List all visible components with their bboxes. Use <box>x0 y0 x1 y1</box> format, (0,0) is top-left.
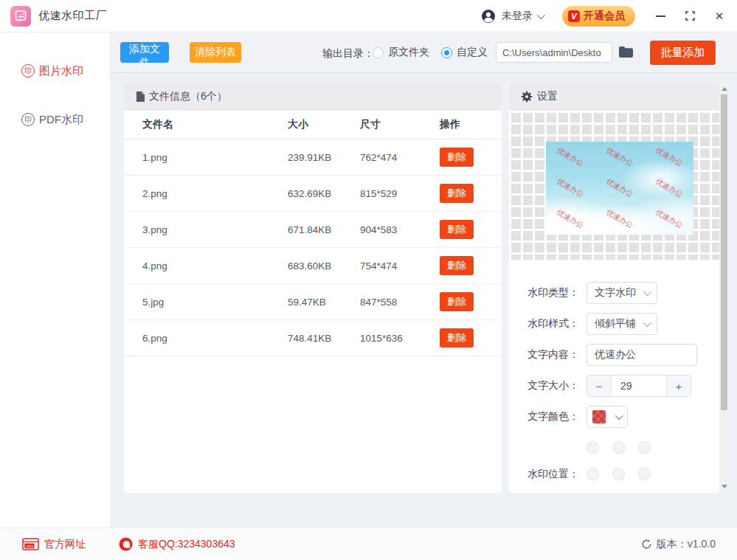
position-option[interactable] <box>638 441 651 454</box>
sidebar-item-pdf-watermark[interactable]: 印PDF水印 <box>21 109 110 130</box>
chevron-down-icon <box>643 288 651 296</box>
delete-button[interactable]: 删除 <box>440 256 474 275</box>
footer: .com 官方网址 客服QQ:3234303643 版本：v1.0.0 <box>0 528 737 560</box>
clear-list-button[interactable]: 清除列表 <box>190 42 241 63</box>
text-color-picker[interactable] <box>587 406 628 428</box>
settings-scrollbar <box>719 83 729 493</box>
transparency-checker-background: 优速办公优速办公优速办公优速办公优速办公优速办公优速办公优速办公优速办公 <box>509 111 719 260</box>
sidebar-item-label: 图片水印 <box>39 64 83 78</box>
watermark-tile: 优速办公 <box>654 176 685 200</box>
delete-button[interactable]: 删除 <box>440 328 474 348</box>
watermark-tile: 优速办公 <box>556 145 587 169</box>
radio-custom[interactable]: 自定义 <box>441 42 488 63</box>
settings-panel: 设置 优速办公优速办公优速办公优速办公优速办公优速办公优速办公优速办公优速办公 … <box>509 83 729 493</box>
watermark-style-select[interactable]: 倾斜平铺 <box>587 313 657 335</box>
file-table-body: 1.png239.91KB762*474删除2.png632.69KB815*5… <box>124 139 502 356</box>
refresh-icon[interactable] <box>641 539 652 550</box>
sidebar: 印图片水印印PDF水印 <box>0 32 111 528</box>
close-button[interactable]: ✕ <box>707 5 731 27</box>
position-option[interactable] <box>587 468 599 480</box>
position-option[interactable] <box>612 468 625 480</box>
radio-original-folder[interactable]: 原文件夹 <box>373 42 429 63</box>
cell-filename: 3.png <box>124 224 288 235</box>
browse-folder-button[interactable] <box>618 46 634 61</box>
watermark-type-select[interactable]: 文字水印 <box>587 282 657 304</box>
app-title: 优速水印工厂 <box>38 9 107 23</box>
watermark-style-row: 水印样式： 倾斜平铺 <box>509 313 719 335</box>
text-color-label: 文字颜色： <box>509 410 579 424</box>
cell-dimensions: 1015*636 <box>360 333 440 344</box>
maximize-button[interactable] <box>678 5 702 27</box>
text-size-label: 文字大小： <box>509 379 579 393</box>
scroll-down-arrow[interactable] <box>722 485 727 488</box>
folder-icon <box>618 46 634 58</box>
cell-dimensions: 904*583 <box>360 224 440 235</box>
settings-form: 水印类型： 文字水印 水印样式： 倾斜平铺 文字内容： 文字大小： − 29 + <box>509 282 719 493</box>
table-row: 3.png671.84KB904*583删除 <box>124 212 502 248</box>
watermark-tile: 优速办公 <box>654 145 685 169</box>
delete-button[interactable]: 删除 <box>440 184 474 203</box>
stamp-icon: 印 <box>21 64 35 77</box>
output-path-input[interactable] <box>496 42 612 63</box>
file-panel: 文件信息（6个） 文件名 大小 尺寸 操作 1.png239.91KB762*4… <box>124 83 502 493</box>
add-files-button[interactable]: 添加文件 <box>120 42 169 63</box>
text-content-input[interactable] <box>587 344 697 366</box>
batch-add-button[interactable]: 批量添加 <box>650 41 716 65</box>
watermark-tile: 优速办公 <box>654 207 685 231</box>
cell-size: 671.84KB <box>288 224 360 235</box>
text-size-value[interactable]: 29 <box>612 376 666 396</box>
watermark-tile: 优速办公 <box>556 207 587 231</box>
cell-dimensions: 847*558 <box>360 297 440 308</box>
settings-header: 设置 <box>509 83 719 111</box>
official-website-label: 官方网址 <box>44 538 86 551</box>
watermark-tile: 优速办公 <box>604 176 635 200</box>
customer-service-label: 客服QQ:3234303643 <box>138 538 235 551</box>
table-row: 6.png748.41KB1015*636删除 <box>124 320 502 356</box>
minimize-button[interactable] <box>648 5 672 27</box>
increase-button[interactable]: + <box>666 376 691 396</box>
text-content-label: 文字内容： <box>509 348 579 362</box>
file-panel-header: 文件信息（6个） <box>124 83 502 111</box>
position-option[interactable] <box>612 441 625 454</box>
official-website-link[interactable]: .com 官方网址 <box>22 538 86 551</box>
position-option[interactable] <box>587 441 599 454</box>
text-content-row: 文字内容： <box>509 344 719 366</box>
settings-title: 设置 <box>537 90 558 103</box>
vip-button-label: 开通会员 <box>584 10 625 23</box>
version-label: 版本：v1.0.0 <box>657 538 716 551</box>
sidebar-item-label: PDF水印 <box>39 113 83 127</box>
chevron-down-icon <box>615 412 623 420</box>
cell-size: 239.91KB <box>288 152 360 163</box>
delete-button[interactable]: 删除 <box>440 220 474 239</box>
watermark-layer: 优速办公优速办公优速办公优速办公优速办公优速办公优速办公优速办公优速办公 <box>546 142 693 235</box>
watermark-type-value: 文字水印 <box>595 286 636 300</box>
watermark-type-row: 水印类型： 文字水印 <box>509 282 719 304</box>
titlebar: 优速水印工厂 未登录 V 开通会员 ✕ <box>0 0 737 32</box>
radio-checked-icon <box>441 47 452 58</box>
position-label: 水印位置： <box>509 468 579 481</box>
position-row-middle: 水印位置： <box>509 468 719 480</box>
cell-size: 59.47KB <box>288 297 360 308</box>
scroll-up-arrow[interactable] <box>722 87 727 91</box>
user-avatar-icon <box>481 9 496 24</box>
chevron-down-icon <box>643 319 651 327</box>
col-actions: 操作 <box>440 118 502 131</box>
delete-button[interactable]: 删除 <box>440 292 474 311</box>
cell-filename: 1.png <box>124 152 288 163</box>
maximize-icon <box>685 11 695 21</box>
chevron-down-icon <box>537 10 545 18</box>
watermark-tile: 优速办公 <box>604 145 635 169</box>
delete-button[interactable]: 删除 <box>440 148 474 167</box>
position-row-top <box>509 441 719 454</box>
scrollbar-thumb[interactable] <box>721 94 727 410</box>
close-icon: ✕ <box>715 10 724 23</box>
decrease-button[interactable]: − <box>587 376 612 396</box>
sidebar-item-image-watermark[interactable]: 印图片水印 <box>21 61 110 81</box>
text-size-stepper: − 29 + <box>587 375 691 397</box>
open-vip-button[interactable]: V 开通会员 <box>562 6 635 27</box>
login-dropdown[interactable]: 未登录 <box>481 9 543 24</box>
login-status: 未登录 <box>502 10 533 23</box>
color-swatch <box>592 410 606 424</box>
position-option[interactable] <box>638 468 651 480</box>
customer-service-link[interactable]: 客服QQ:3234303643 <box>119 537 235 551</box>
